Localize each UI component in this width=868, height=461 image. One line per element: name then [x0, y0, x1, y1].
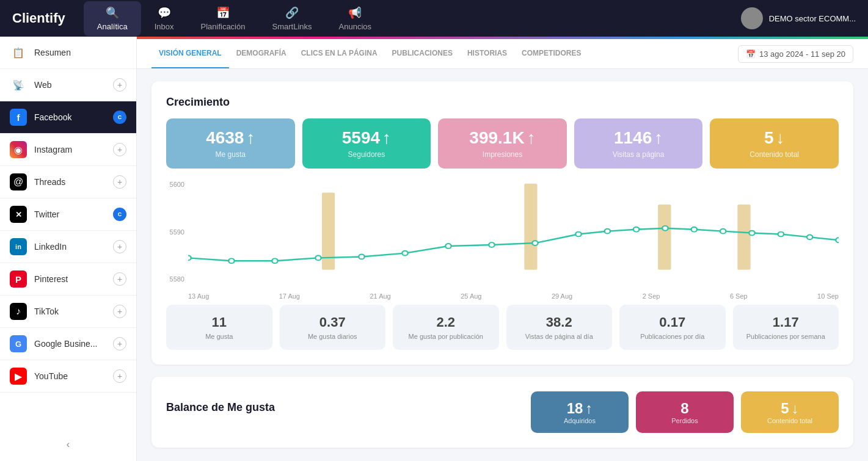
avatar: [741, 7, 763, 29]
metric-megusta-publicacion: 2.2 Me gusta por publicación: [393, 305, 499, 350]
resumen-icon: 📋: [10, 44, 27, 61]
instagram-icon: ◉: [10, 141, 27, 158]
main-content: VISIÓN GENERAL DEMOGRAFÍA CLICS EN LA PÁ…: [137, 37, 868, 461]
svg-rect-1: [524, 184, 537, 270]
svg-point-22: [836, 238, 839, 242]
metric-publicaciones-dia: 0.17 Publicaciones por día: [619, 305, 726, 350]
anuncios-icon: 📢: [348, 6, 362, 20]
sidebar-item-facebook[interactable]: f Facebook C: [0, 101, 136, 134]
threads-icon: @: [10, 173, 27, 191]
sidebar-item-resumen[interactable]: 📋 Resumen: [0, 37, 136, 69]
linkedin-icon: in: [10, 238, 27, 255]
inbox-icon: 💬: [158, 6, 171, 20]
youtube-icon: ▶: [10, 368, 27, 385]
sidebar-item-twitter[interactable]: ✕ Twitter C: [0, 198, 136, 231]
balance-header: Balance de Me gusta 18 ↑ Adquiridos 8: [166, 391, 839, 433]
crecimiento-section: Crecimiento 4638 ↑ Me gusta 5594 ↑: [151, 81, 853, 365]
subnav-competidores[interactable]: COMPETIDORES: [514, 39, 588, 68]
sidebar-item-pinterest[interactable]: P Pinterest +: [0, 263, 136, 296]
subnav-clics[interactable]: CLICS EN LA PÁGINA: [294, 39, 385, 68]
instagram-add-button[interactable]: +: [113, 143, 126, 156]
web-add-button[interactable]: +: [113, 78, 126, 92]
threads-add-button[interactable]: +: [113, 175, 126, 189]
balance-stat-contenido: 5 ↓ Contenido total: [741, 391, 839, 433]
tiktok-add-button[interactable]: +: [113, 305, 126, 318]
svg-point-4: [188, 256, 191, 261]
metric-megusta: 11 Me gusta: [166, 305, 272, 350]
svg-point-14: [605, 229, 610, 234]
subnav-historias[interactable]: HISTORIAS: [460, 39, 514, 68]
app-logo: Clientify: [12, 10, 65, 26]
stat-card-visitas: 1146 ↑ Visitas a página: [574, 118, 703, 169]
svg-point-6: [272, 258, 277, 263]
chart-wrapper: 5600 5590 5580: [166, 181, 839, 300]
twitter-badge: C: [113, 208, 126, 221]
sidebar: 📋 Resumen 📡 Web + f Facebook C ◉ Instagr…: [0, 37, 137, 461]
svg-point-17: [691, 227, 697, 232]
balance-section: Balance de Me gusta 18 ↑ Adquiridos 8: [151, 377, 853, 448]
web-icon: 📡: [10, 76, 27, 93]
sidebar-item-web[interactable]: 📡 Web +: [0, 69, 136, 101]
svg-point-20: [778, 232, 784, 237]
sidebar-item-tiktok[interactable]: ♪ TikTok +: [0, 296, 136, 328]
sidebar-item-linkedin[interactable]: in LinkedIn +: [0, 231, 136, 263]
chart-area: 13 Aug 17 Aug 21 Aug 25 Aug 29 Aug 2 Sep…: [188, 181, 839, 300]
sidebar-item-google[interactable]: G Google Busine... +: [0, 328, 136, 360]
svg-point-11: [489, 242, 494, 247]
planificacion-icon: 📅: [216, 6, 230, 20]
sidebar-collapse-button[interactable]: ‹: [0, 434, 136, 455]
sidebar-item-youtube[interactable]: ▶ YouTube +: [0, 360, 136, 393]
youtube-add-button[interactable]: +: [113, 369, 126, 383]
chart-y-axis: 5600 5590 5580: [166, 181, 188, 300]
sub-nav: VISIÓN GENERAL DEMOGRAFÍA CLICS EN LA PÁ…: [137, 39, 868, 69]
svg-point-8: [359, 255, 364, 260]
nav-anuncios[interactable]: 📢 Anuncios: [326, 1, 385, 36]
twitter-icon: ✕: [10, 206, 27, 223]
pinterest-icon: P: [10, 270, 27, 288]
nav-inbox[interactable]: 💬 Inbox: [141, 1, 188, 36]
google-add-button[interactable]: +: [113, 337, 126, 350]
svg-point-10: [445, 244, 451, 249]
svg-point-13: [575, 232, 581, 237]
subnav-demografia[interactable]: DEMOGRAFÍA: [229, 39, 294, 68]
calendar-icon: 📅: [746, 49, 756, 59]
date-range-picker[interactable]: 📅 13 ago 2024 - 11 sep 20: [738, 45, 853, 63]
top-nav: Clientify 🔍 Analítica 💬 Inbox 📅 Planific…: [0, 0, 868, 37]
nav-planificacion[interactable]: 📅 Planificación: [187, 1, 258, 36]
svg-point-5: [228, 258, 234, 263]
user-menu[interactable]: DEMO sector ECOMM...: [741, 7, 856, 29]
crecimiento-title: Crecimiento: [166, 96, 839, 109]
nav-smartlinks[interactable]: 🔗 SmartLinks: [258, 1, 325, 36]
subnav-publicaciones[interactable]: PUBLICACIONES: [385, 39, 460, 68]
tiktok-icon: ♪: [10, 303, 27, 320]
analitica-icon: 🔍: [106, 6, 119, 20]
stat-cards: 4638 ↑ Me gusta 5594 ↑ Seguidores: [166, 118, 839, 169]
nav-items: 🔍 Analítica 💬 Inbox 📅 Planificación 🔗 Sm…: [84, 1, 741, 36]
chart-svg: [188, 181, 839, 288]
stat-card-megusta: 4638 ↑ Me gusta: [166, 118, 295, 169]
subnav-vision[interactable]: VISIÓN GENERAL: [151, 39, 229, 68]
sidebar-item-threads[interactable]: @ Threads +: [0, 166, 136, 198]
content-area: Crecimiento 4638 ↑ Me gusta 5594 ↑: [137, 69, 868, 461]
metric-cards: 11 Me gusta 0.37 Me gusta diarios 2.2 Me…: [166, 305, 839, 350]
svg-point-18: [720, 229, 726, 234]
pinterest-add-button[interactable]: +: [113, 272, 126, 286]
stat-card-contenido: 5 ↓ Contenido total: [710, 118, 839, 169]
svg-point-21: [807, 234, 812, 239]
smartlinks-icon: 🔗: [285, 6, 299, 20]
nav-analitica[interactable]: 🔍 Analítica: [84, 1, 141, 36]
metric-megusta-diarios: 0.37 Me gusta diarios: [280, 305, 386, 350]
stat-card-impresiones: 399.1K ↑ Impresiones: [438, 118, 567, 169]
balance-stat-perdidos: 8 Perdidos: [636, 391, 734, 433]
metric-publicaciones-semana: 1.17 Publicaciones por semana: [733, 305, 839, 350]
svg-point-15: [633, 227, 639, 232]
linkedin-add-button[interactable]: +: [113, 240, 126, 253]
chart-x-labels: 13 Aug 17 Aug 21 Aug 25 Aug 29 Aug 2 Sep…: [188, 292, 839, 300]
svg-point-7: [315, 256, 321, 261]
svg-point-9: [402, 251, 407, 256]
balance-stat-adquiridos: 18 ↑ Adquiridos: [531, 391, 629, 433]
sidebar-item-instagram[interactable]: ◉ Instagram +: [0, 134, 136, 166]
svg-point-19: [749, 231, 754, 236]
svg-rect-2: [658, 205, 671, 270]
facebook-badge: C: [113, 111, 126, 124]
